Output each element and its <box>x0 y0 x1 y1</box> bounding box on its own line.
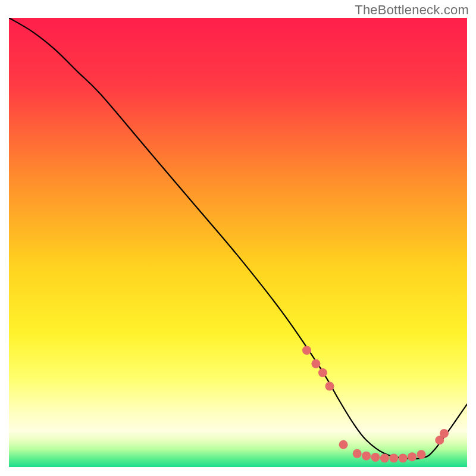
highlight-point <box>417 450 426 459</box>
chart-container: TheBottleneck.com <box>0 0 476 476</box>
plot-area <box>9 18 467 467</box>
highlight-point <box>353 449 362 458</box>
highlight-point <box>318 368 327 377</box>
highlight-point <box>389 453 398 462</box>
highlight-point <box>399 453 408 462</box>
highlight-point <box>339 440 348 449</box>
highlight-point <box>311 359 320 368</box>
highlight-point <box>325 382 334 391</box>
watermark-text: TheBottleneck.com <box>355 2 469 18</box>
highlight-point <box>440 429 449 438</box>
highlight-point <box>302 346 311 355</box>
highlight-point <box>371 453 380 462</box>
chart-svg <box>9 18 467 467</box>
highlight-point <box>380 453 389 462</box>
highlight-point <box>362 452 371 461</box>
highlight-point <box>408 452 416 461</box>
gradient-background <box>9 18 467 467</box>
